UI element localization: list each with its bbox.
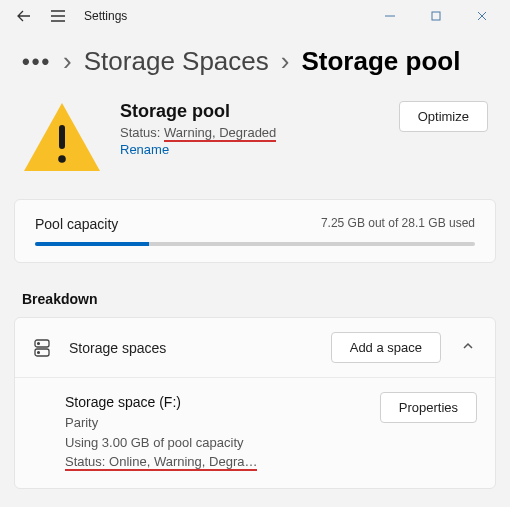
- storage-space-item: Storage space (F:) Parity Using 3.00 GB …: [15, 378, 495, 488]
- properties-button[interactable]: Properties: [380, 392, 477, 423]
- pool-title: Storage pool: [120, 101, 381, 122]
- space-status: Status: Online, Warning, Degra…: [65, 454, 257, 471]
- window-minimize[interactable]: [368, 2, 412, 30]
- chevron-up-icon[interactable]: [457, 339, 479, 357]
- capacity-usage: 7.25 GB out of 28.1 GB used: [321, 216, 475, 232]
- breadcrumb-more[interactable]: •••: [22, 49, 51, 75]
- space-name: Storage space (F:): [65, 392, 364, 413]
- breadcrumb: ••• › Storage Spaces › Storage pool: [0, 32, 510, 101]
- breadcrumb-current: Storage pool: [301, 46, 460, 77]
- capacity-bar-fill: [35, 242, 149, 246]
- pool-status: Status: Warning, Degraded: [120, 125, 381, 140]
- svg-point-7: [38, 351, 40, 353]
- storage-spaces-label: Storage spaces: [69, 340, 315, 356]
- breakdown-heading: Breakdown: [22, 291, 510, 307]
- breadcrumb-parent[interactable]: Storage Spaces: [84, 46, 269, 77]
- pool-status-value: Warning, Degraded: [164, 125, 276, 142]
- space-resiliency: Parity: [65, 413, 364, 433]
- storage-spaces-header[interactable]: Storage spaces Add a space: [15, 318, 495, 378]
- pool-status-label: Status:: [120, 125, 164, 140]
- app-title: Settings: [84, 9, 127, 23]
- pool-capacity-card: Pool capacity 7.25 GB out of 28.1 GB use…: [14, 199, 496, 263]
- svg-rect-2: [59, 125, 65, 149]
- rename-link[interactable]: Rename: [120, 142, 169, 157]
- window-titlebar: Settings: [0, 0, 510, 32]
- storage-spaces-icon: [31, 337, 53, 359]
- add-space-button[interactable]: Add a space: [331, 332, 441, 363]
- space-usage: Using 3.00 GB of pool capacity: [65, 433, 364, 453]
- window-maximize[interactable]: [414, 2, 458, 30]
- chevron-right-icon: ›: [281, 46, 290, 77]
- chevron-right-icon: ›: [63, 46, 72, 77]
- window-close[interactable]: [460, 2, 504, 30]
- svg-point-3: [58, 155, 66, 163]
- optimize-button[interactable]: Optimize: [399, 101, 488, 132]
- capacity-label: Pool capacity: [35, 216, 118, 232]
- svg-point-6: [38, 342, 40, 344]
- back-button[interactable]: [16, 8, 32, 24]
- nav-menu-button[interactable]: [50, 9, 66, 23]
- warning-icon: [22, 101, 102, 177]
- svg-rect-0: [432, 12, 440, 20]
- capacity-bar: [35, 242, 475, 246]
- breakdown-card: Storage spaces Add a space Storage space…: [14, 317, 496, 489]
